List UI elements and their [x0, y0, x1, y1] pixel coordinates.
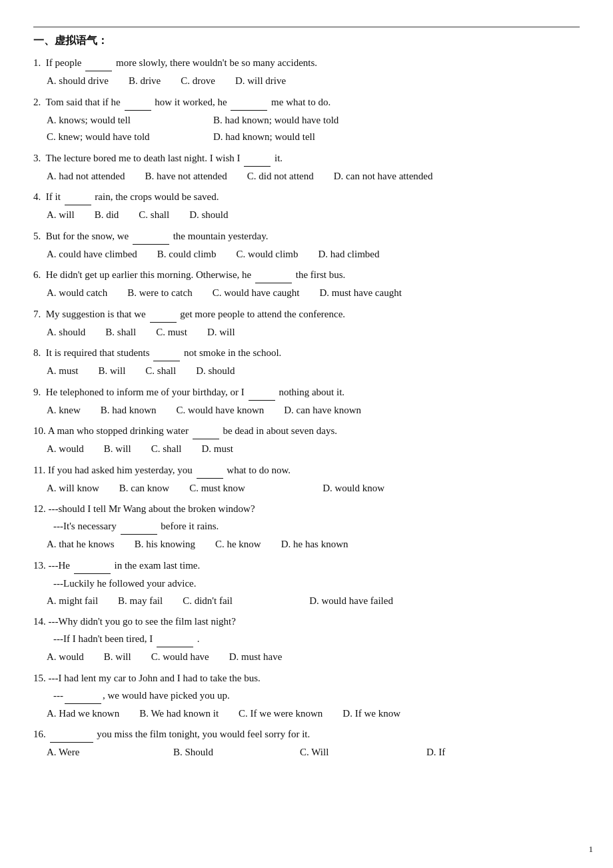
q11-optA: A. will know: [47, 480, 99, 497]
q15-optB: B. We had known it: [139, 705, 219, 723]
question-11: 11. If you had asked him yesterday, you …: [33, 462, 580, 497]
question-6: 6. He didn't get up earlier this morning…: [33, 267, 580, 302]
q10-optB: B. will: [104, 441, 131, 458]
question-12: 12. ---should I tell Mr Wang about the b…: [33, 501, 580, 553]
q2-optD: D. had known; would tell: [213, 129, 315, 146]
q1-optC: C. drove: [181, 73, 215, 90]
q5-text: 5. But for the snow, we the mountain yes…: [33, 228, 580, 245]
q11-optD: D. would know: [322, 480, 384, 497]
q8-optD: D. should: [196, 363, 235, 380]
q8-optC: C. shall: [145, 363, 176, 380]
q10-options: A. would B. will C. shall D. must: [33, 441, 580, 458]
q5-optB: B. could climb: [157, 246, 217, 263]
q3-text: 3. The lecture bored me to death last ni…: [33, 150, 580, 167]
q6-optA: A. would catch: [47, 285, 107, 302]
q1-optA: A. should drive: [47, 73, 109, 90]
q4-options: A. will B. did C. shall D. should: [33, 207, 580, 224]
q13-optB: B. may fail: [118, 593, 163, 610]
q7-optD: D. will: [207, 324, 235, 341]
q16-blank: [50, 726, 93, 743]
q16-optB: B. Should: [173, 744, 280, 761]
q11-optC: C. must know: [189, 480, 303, 497]
q9-blank: [249, 384, 275, 401]
q9-optB: B. had known: [101, 402, 157, 419]
q12-blank: [121, 518, 157, 535]
q16-optA: A. Were: [47, 744, 153, 761]
q1-text: 1. If people more slowly, there wouldn't…: [33, 55, 580, 71]
q5-optC: C. would climb: [237, 246, 299, 263]
q2-blank2: [231, 94, 267, 111]
q7-optB: B. shall: [105, 324, 136, 341]
question-8: 8. It is required that students not smok…: [33, 345, 580, 380]
q8-text: 8. It is required that students not smok…: [33, 345, 580, 361]
q6-optB: B. were to catch: [127, 285, 192, 302]
q2-optC: C. knew; would have told: [47, 129, 193, 146]
q4-optA: A. will: [47, 207, 75, 224]
q2-options-row1: A. knows; would tell B. had known; would…: [33, 112, 580, 129]
q7-optA: A. should: [47, 324, 85, 341]
question-15: 15. ---I had lent my car to John and I h…: [33, 670, 580, 723]
q2-optA: A. knows; would tell: [47, 112, 193, 129]
q16-options: A. Were B. Should C. Will D. If: [33, 744, 580, 761]
q6-text: 6. He didn't get up earlier this morning…: [33, 267, 580, 283]
q4-optD: D. should: [189, 207, 228, 224]
q6-options: A. would catch B. were to catch C. would…: [33, 285, 580, 302]
question-16: 16. you miss the film tonight, you would…: [33, 726, 580, 761]
q7-text: 7. My suggestion is that we get more peo…: [33, 306, 580, 323]
q9-text: 9. He telephoned to inform me of your bi…: [33, 384, 580, 401]
q12-optA: A. that he knows: [47, 536, 115, 553]
q2-blank1: [125, 94, 151, 111]
q16-text: 16. you miss the film tonight, you would…: [33, 726, 580, 743]
q16-optC: C. Will: [300, 744, 406, 761]
q8-optA: A. must: [47, 363, 79, 380]
q5-blank: [133, 228, 169, 245]
q2-optB: B. had known; would have told: [213, 112, 338, 129]
q9-optD: D. can have known: [284, 402, 361, 419]
q12-optB: B. his knowing: [135, 536, 195, 553]
q5-options: A. could have climbed B. could climb C. …: [33, 246, 580, 263]
q2-options-row2: C. knew; would have told D. had known; w…: [33, 129, 580, 146]
q6-blank: [255, 267, 292, 283]
q10-text: 10. A man who stopped drinking water be …: [33, 423, 580, 439]
q9-optC: C. would have known: [177, 402, 265, 419]
q10-optA: A. would: [47, 441, 84, 458]
q14-optB: B. will: [104, 649, 131, 666]
q4-optC: C. shall: [139, 207, 169, 224]
q10-optD: D. must: [202, 441, 234, 458]
q3-optD: D. can not have attended: [334, 168, 433, 185]
q15-line1: 15. ---I had lent my car to John and I h…: [33, 670, 580, 686]
q6-optD: D. must have caught: [320, 285, 402, 302]
q12-line1: 12. ---should I tell Mr Wang about the b…: [33, 501, 580, 517]
question-4: 4. If it rain, the crops would be saved.…: [33, 189, 580, 224]
q14-options: A. would B. will C. would have D. must h…: [33, 649, 580, 666]
page-number: 1: [589, 844, 594, 855]
q13-line1: 13. ---He in the exam last time.: [33, 557, 580, 574]
q15-blank: [65, 687, 101, 704]
q3-options: A. had not attended B. have not attended…: [33, 168, 580, 185]
q8-options: A. must B. will C. shall D. should: [33, 363, 580, 380]
q11-blank: [197, 462, 223, 479]
question-7: 7. My suggestion is that we get more peo…: [33, 306, 580, 341]
q7-blank: [150, 306, 177, 323]
q1-blank: [85, 55, 112, 71]
q15-optA: A. Had we known: [47, 705, 119, 723]
q15-optC: C. If we were known: [239, 705, 322, 723]
question-9: 9. He telephoned to inform me of your bi…: [33, 384, 580, 419]
question-13: 13. ---He in the exam last time. ---Luck…: [33, 557, 580, 610]
q9-options: A. knew B. had known C. would have known…: [33, 402, 580, 419]
q3-optA: A. had not attended: [47, 168, 125, 185]
q15-optD: D. If we know: [342, 705, 400, 723]
q4-blank: [65, 189, 91, 205]
question-5: 5. But for the snow, we the mountain yes…: [33, 228, 580, 263]
q7-options: A. should B. shall C. must D. will: [33, 324, 580, 341]
q3-blank: [244, 150, 271, 167]
question-14: 14. ---Why didn't you go to see the film…: [33, 613, 580, 666]
q13-blank: [74, 557, 111, 574]
question-2: 2. Tom said that if he how it worked, he…: [33, 94, 580, 146]
q12-optD: D. he has known: [281, 536, 348, 553]
q13-options: A. might fail B. may fail C. didn't fail…: [33, 593, 580, 610]
q14-optD: D. must have: [229, 649, 283, 666]
q14-blank: [157, 631, 193, 647]
q15-options: A. Had we known B. We had known it C. If…: [33, 705, 580, 723]
question-3: 3. The lecture bored me to death last ni…: [33, 150, 580, 185]
